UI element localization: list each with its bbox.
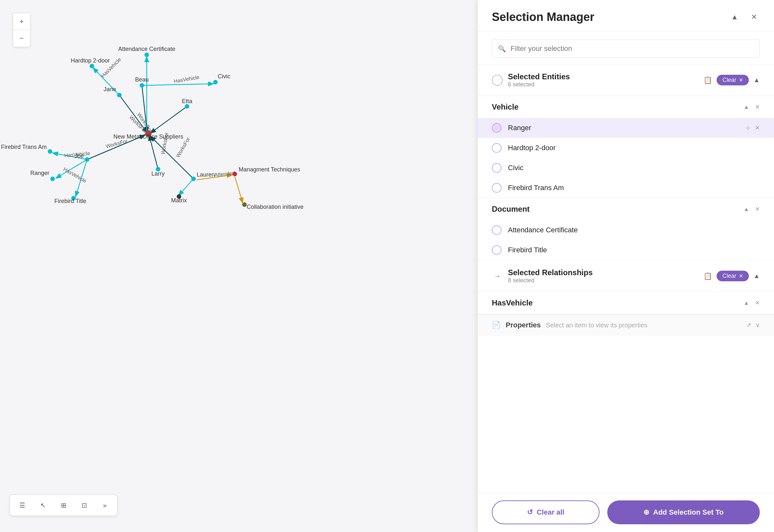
- frame-tool-icon[interactable]: ⊡: [78, 499, 90, 511]
- svg-text:Etta: Etta: [182, 98, 192, 104]
- svg-line-5: [179, 179, 193, 195]
- relationships-title-block: Selected Relationships 8 selected: [508, 268, 698, 284]
- svg-line-11: [151, 106, 187, 133]
- ranger-focus-icon[interactable]: ⊹: [746, 124, 750, 131]
- has-vehicle-category-header: HasVehicle ▲ ✕: [478, 292, 774, 314]
- graph-svg: HasVehicle HasVehicle WorksFor WorksFor …: [0, 0, 477, 532]
- entities-section-title: Selected Entities: [508, 72, 698, 81]
- properties-bar: 📄 Properties Select an item to view its …: [478, 314, 774, 336]
- svg-line-9: [149, 136, 158, 169]
- add-selection-icon: ⊕: [643, 508, 649, 517]
- search-container: 🔍: [478, 32, 774, 64]
- relationships-collapse-icon[interactable]: ▲: [753, 272, 760, 280]
- svg-text:Hardtop 2-door: Hardtop 2-door: [71, 57, 110, 64]
- svg-point-39: [233, 172, 237, 176]
- panel-footer: ↺ Clear all ⊕ Add Selection Set To: [478, 492, 774, 532]
- svg-line-1: [142, 84, 213, 85]
- graph-canvas[interactable]: HasVehicle HasVehicle WorksFor WorksFor …: [0, 0, 477, 532]
- relationships-copy-icon[interactable]: 📋: [703, 272, 712, 280]
- list-item[interactable]: Attendance Certificate: [478, 220, 774, 240]
- item-circle-firebird-title: [492, 245, 501, 255]
- selection-manager-panel: Selection Manager ▲ ✕ 🔍 Selected Entitie…: [477, 0, 774, 532]
- properties-actions: ↗ ∨: [746, 322, 760, 329]
- has-vehicle-category-group: HasVehicle ▲ ✕: [478, 292, 774, 314]
- entities-section-icon: [492, 75, 503, 86]
- item-circle-ranger: [492, 123, 501, 133]
- search-input[interactable]: [510, 44, 754, 53]
- svg-point-31: [85, 157, 89, 162]
- vehicle-category-header: Vehicle ▲ ✕: [478, 96, 774, 118]
- ranger-remove-icon[interactable]: ✕: [755, 124, 760, 131]
- svg-point-40: [242, 202, 247, 207]
- vehicle-category-group: Vehicle ▲ ✕ Ranger ⊹ ✕ Hardtop 2-door: [478, 96, 774, 198]
- svg-text:Matrix: Matrix: [171, 197, 187, 204]
- svg-point-32: [185, 104, 189, 109]
- svg-text:Collaboration initiative: Collaboration initiative: [247, 204, 304, 210]
- entities-clear-button[interactable]: Clear ✕: [717, 75, 749, 85]
- list-item[interactable]: Ranger ⊹ ✕: [478, 118, 774, 138]
- selected-relationships-section: → Selected Relationships 8 selected 📋 Cl…: [478, 260, 774, 292]
- panel-header: Selection Manager ▲ ✕: [478, 0, 774, 32]
- graph-tool-icon[interactable]: ⊞: [58, 499, 69, 511]
- item-name-hardtop: Hardtop 2-door: [508, 144, 760, 152]
- document-category-group: Document ▲ ✕ Attendance Certificate Fire…: [478, 198, 774, 260]
- zoom-out-button[interactable]: −: [13, 30, 30, 47]
- more-tools-icon[interactable]: »: [99, 499, 111, 511]
- list-item[interactable]: Civic: [478, 158, 774, 178]
- has-vehicle-category-title: HasVehicle: [492, 298, 533, 307]
- svg-point-37: [50, 177, 55, 181]
- panel-header-icons: ▲ ✕: [729, 11, 760, 23]
- zoom-controls: + −: [13, 13, 30, 47]
- svg-text:Joe: Joe: [74, 153, 84, 159]
- entities-section-actions: 📋 Clear ✕ ▲: [703, 75, 760, 85]
- add-selection-button[interactable]: ⊕ Add Selection Set To: [607, 500, 760, 524]
- selected-relationships-header: → Selected Relationships 8 selected 📋 Cl…: [478, 260, 774, 292]
- svg-point-36: [48, 149, 52, 154]
- properties-export-icon[interactable]: ↗: [746, 322, 751, 329]
- document-collapse-icon[interactable]: ▲: [743, 206, 749, 213]
- item-circle-civic: [492, 163, 501, 173]
- close-panel-button[interactable]: ✕: [748, 11, 760, 23]
- relationships-section-icon: →: [492, 271, 503, 282]
- relationships-clear-button[interactable]: Clear ✕: [717, 271, 749, 281]
- has-vehicle-close-icon[interactable]: ✕: [755, 299, 760, 306]
- svg-text:Firebird Trans Am: Firebird Trans Am: [1, 144, 47, 150]
- svg-point-35: [213, 80, 218, 84]
- svg-text:Civic: Civic: [218, 73, 230, 80]
- entities-section-count: 6 selected: [508, 81, 698, 88]
- selected-entities-section: Selected Entities 6 selected 📋 Clear ✕ ▲: [478, 64, 774, 96]
- relationships-section-title: Selected Relationships: [508, 268, 698, 277]
- svg-text:Ranger: Ranger: [30, 170, 49, 176]
- document-category-header: Document ▲ ✕: [478, 198, 774, 220]
- properties-icon: 📄: [492, 321, 500, 329]
- collapse-panel-button[interactable]: ▲: [729, 11, 740, 23]
- has-vehicle-collapse-icon[interactable]: ▲: [743, 300, 749, 306]
- item-name-firebird-title: Firebird Title: [508, 246, 760, 254]
- entities-clear-label: Clear: [722, 77, 736, 83]
- entities-copy-icon[interactable]: 📋: [703, 76, 712, 84]
- list-tool-icon[interactable]: ☰: [16, 499, 28, 511]
- zoom-in-button[interactable]: +: [13, 13, 30, 30]
- list-item[interactable]: Firebird Trans Am: [478, 178, 774, 198]
- ranger-item-actions: ⊹ ✕: [746, 124, 760, 131]
- document-category-actions: ▲ ✕: [743, 206, 760, 213]
- list-item[interactable]: Hardtop 2-door: [478, 138, 774, 158]
- svg-text:Firebird Title: Firebird Title: [54, 198, 86, 204]
- svg-text:New Metal Office Suppliers: New Metal Office Suppliers: [113, 133, 183, 140]
- entities-collapse-icon[interactable]: ▲: [753, 76, 760, 84]
- clear-all-button[interactable]: ↺ Clear all: [492, 500, 600, 524]
- vehicle-close-icon[interactable]: ✕: [755, 103, 760, 111]
- vehicle-collapse-icon[interactable]: ▲: [743, 104, 749, 111]
- select-tool-icon[interactable]: ↖: [37, 499, 49, 511]
- svg-point-26: [140, 83, 144, 88]
- document-close-icon[interactable]: ✕: [755, 206, 760, 213]
- svg-point-33: [144, 53, 149, 57]
- relationships-section-actions: 📋 Clear ✕ ▲: [703, 271, 760, 281]
- panel-title: Selection Manager: [492, 10, 595, 24]
- document-category-title: Document: [492, 205, 529, 214]
- svg-text:Attendance Certificate: Attendance Certificate: [118, 46, 175, 52]
- properties-expand-icon[interactable]: ∨: [756, 322, 760, 329]
- entities-clear-x-icon: ✕: [739, 77, 743, 83]
- list-item[interactable]: Firebird Title: [478, 240, 774, 260]
- svg-text:Lauren: Lauren: [197, 171, 215, 178]
